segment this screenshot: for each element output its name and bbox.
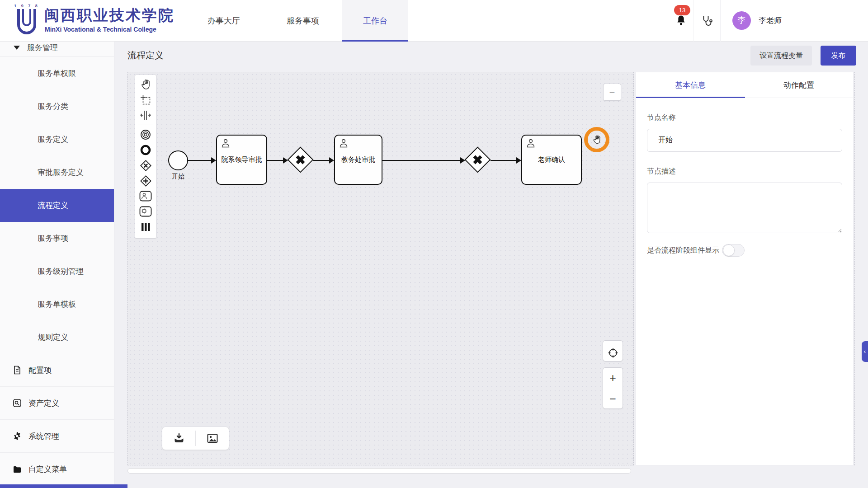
sidebar-item-service-order-permission[interactable]: 服务单权限 [0,57,114,90]
stage-component-toggle-label: 是否流程阶段组件显示 [647,246,719,255]
sidebar-item-asset-definition[interactable]: 资产定义 [0,387,114,420]
hand-cursor-icon [592,135,602,145]
node-description-textarea[interactable] [647,183,842,233]
sidebar-item-custom-menu[interactable]: 自定义菜单 [0,453,114,486]
start-event-label: 开始 [164,173,193,181]
reset-zoom-button[interactable] [603,340,623,361]
sidebar-item-service-definition[interactable]: 服务定义 [0,123,114,156]
arrowhead-icon [460,157,465,164]
notification-badge: 13 [674,5,690,15]
sidebar-group-service-management[interactable]: 服务管理 [0,42,114,57]
sequence-flow [188,160,212,161]
sequence-flow [267,160,283,161]
toggle-knob [723,244,735,256]
gear-icon [13,432,22,441]
publish-button[interactable]: 发布 [821,46,856,66]
user-icon [526,138,536,148]
stethoscope-button[interactable] [694,0,720,42]
download-xml-button[interactable] [162,427,195,450]
download-icon [173,432,185,444]
nav-item-service-matters[interactable]: 服务事项 [274,0,332,42]
stage-component-toggle[interactable] [722,244,745,257]
sidebar-top-level-items: 配置项 资产定义 系统管理 自定义菜单 [0,354,114,486]
node-description-label: 节点描述 [647,167,842,176]
sidebar-item-config-items[interactable]: 配置项 [0,354,114,387]
sidebar-item-process-definition[interactable]: 流程定义 [0,189,114,222]
image-icon [207,432,218,444]
start-event-node[interactable] [168,150,188,170]
sidebar-item-service-level-management[interactable]: 服务级别管理 [0,255,114,288]
canvas-horizontal-scrollbar[interactable] [127,468,631,474]
node-name-input[interactable] [647,129,842,152]
task-node-dept-leader-approval[interactable]: 院系领导审批 [216,135,267,185]
folder-icon [13,465,22,474]
active-tab-underline [636,97,745,98]
node-name-label: 节点名称 [647,113,842,122]
hand-tool-icon[interactable] [135,77,156,92]
document-icon [13,366,22,375]
end-event-icon[interactable] [135,142,156,158]
bottom-scrollbar-thumb[interactable] [0,484,127,488]
main-content: 流程定义 设置流程变量 发布 [114,42,868,488]
active-tab-underline [342,40,408,42]
crosshair-icon [608,347,618,358]
sequence-flow [491,160,517,161]
task-node-academic-office-approval[interactable]: 教务处审批 [334,135,382,185]
bpmn-palette [135,75,156,239]
page-title: 流程定义 [127,49,164,61]
user-icon [339,138,349,148]
task-node-teacher-confirm[interactable]: 老师确认 [521,135,582,185]
sidebar-item-approval-service-definition[interactable]: 审批服务定义 [0,156,114,189]
exclusive-gateway-icon[interactable] [135,158,156,173]
sidebar: 服务管理 服务单权限 服务分类 服务定义 审批服务定义 流程定义 服务事项 服务… [0,42,114,488]
app-header: 1 9 7 8 闽西职业技术学院 MinXi Vocational & Tech… [0,0,868,42]
sidebar-item-service-category[interactable]: 服务分类 [0,90,114,123]
panel-tabs: 基本信息 动作配置 [636,72,853,98]
sequence-flow [382,160,461,161]
asset-icon [13,399,22,408]
college-name-zh: 闽西职业技术学院 [44,5,175,26]
user-icon [221,138,231,148]
bpmn-canvas[interactable]: − 开始 院系领导审批 教务处审批 老师确认 [127,72,634,465]
nav-item-workbench[interactable]: 工作台 [342,0,408,42]
panel-collapse-handle[interactable]: ‹ [862,341,868,362]
logo-year: 1 9 7 8 [14,4,40,8]
user-name[interactable]: 李老师 [759,0,782,42]
sidebar-item-service-matters[interactable]: 服务事项 [0,222,114,255]
arrowhead-icon [329,157,334,164]
exclusive-gateway-node[interactable] [288,147,314,173]
exclusive-gateway-node[interactable] [465,147,491,173]
stethoscope-icon [702,15,713,27]
college-logo-icon: 1 9 7 8 [14,4,40,38]
tab-basic-info[interactable]: 基本信息 [636,72,745,98]
export-toolbar [162,427,229,450]
chevron-down-icon [14,46,20,50]
set-process-variables-button[interactable]: 设置流程变量 [750,46,812,66]
space-tool-icon[interactable] [135,108,156,123]
intermediate-event-icon[interactable] [135,127,156,142]
sidebar-item-system-management[interactable]: 系统管理 [0,420,114,453]
cursor-highlight-ring [584,127,609,152]
tab-action-config[interactable]: 动作配置 [745,72,853,98]
arrowhead-icon [211,157,216,164]
properties-panel: 基本信息 动作配置 节点名称 节点描述 是否流程阶段组件显示 [636,72,854,465]
lanes-icon[interactable] [135,219,156,235]
download-image-button[interactable] [196,427,229,450]
zoom-controls: + − [603,367,623,409]
sequence-flow [313,160,330,161]
canvas-collapse-button[interactable]: − [603,84,621,101]
college-name-en: MinXi Vocational & Technical College [45,26,156,33]
arrowhead-icon [516,157,521,164]
nav-item-service-hall[interactable]: 办事大厅 [194,0,253,42]
user-avatar[interactable]: 李 [732,11,751,30]
zoom-in-button[interactable]: + [603,368,623,389]
lasso-tool-icon[interactable] [135,92,156,108]
service-task-icon[interactable] [135,204,156,219]
parallel-gateway-icon[interactable] [135,173,156,188]
user-task-icon[interactable] [135,188,156,204]
sidebar-item-rule-definition[interactable]: 规则定义 [0,321,114,354]
sidebar-item-service-order-template[interactable]: 服务单模板 [0,288,114,321]
notification-bell-button[interactable]: 13 [669,0,693,42]
sidebar-submenu: 服务单权限 服务分类 服务定义 审批服务定义 流程定义 服务事项 服务级别管理 … [0,57,114,354]
zoom-out-button[interactable]: − [603,389,623,409]
